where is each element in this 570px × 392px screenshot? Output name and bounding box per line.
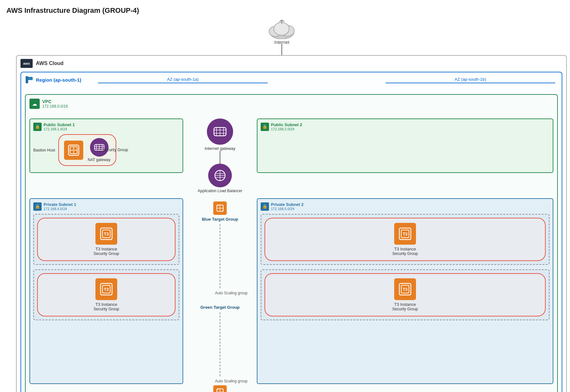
security-group-label-public: Security Group [102,148,128,152]
t3-label-gr: T3 Instance [394,302,416,307]
blue-tg-label: Blue Target Group [191,217,249,222]
internet-section: Internet [259,20,304,45]
green-sg-left: T3 T3 Instance Security Group [37,273,175,316]
alb-icon [208,164,232,187]
aws-cloud-label: AWS Cloud [36,61,63,66]
green-sg-right: T3 T3 Instance Security Group [265,273,546,316]
green-asg-left: T3 T3 Instance Security Group [33,269,179,320]
t3-label-bl: T3 Instance [95,247,117,251]
pub-subnet-2-lock: 🔒 [261,123,269,131]
svg-text:T3: T3 [403,287,407,292]
priv-subnet-1-lock: 🔒 [33,202,42,211]
svg-text:T3: T3 [403,232,407,236]
blue-tg-middle: Blue Target Group Auto Scaling group [191,201,249,295]
cloud-icon [267,20,296,39]
pub-subnet-2-cidr: 172.168.2.0/24 [271,127,302,131]
region-icon [25,76,33,84]
priv-subnet-1-cidr: 172.168.4.0/24 [44,207,76,211]
priv-subnet-2-lock: 🔒 [261,202,269,211]
alb-label: Application Load Balancer [198,189,242,193]
priv-subnet-2-cidr: 172.168.5.0/24 [271,207,304,211]
sg-label-gr: Security Group [392,307,418,311]
green-as-icon [213,385,227,392]
t3-icon-green-right: T3 [394,278,416,300]
t3-icon-blue-right: T3 [394,223,416,245]
pub-subnet-2-label: Public Subnet 2 [271,122,302,127]
blue-asg-right: T3 T3 Instance Security Group [261,214,550,265]
sg-label-br: Security Group [392,251,418,256]
priv-subnet-1-label: Private Subnet 1 [44,202,76,207]
nat-gateway-label: NAT gateway [88,158,110,162]
pub-subnet-1-cidr: 172.168.1.0/24 [44,127,75,131]
sg-label-bl: Security Group [94,251,119,256]
svg-rect-14 [28,77,33,80]
svg-text:T3: T3 [104,287,109,292]
region-label: Region (ap-south-1) [36,77,81,83]
blue-as-icon [213,201,227,215]
t3-icon-blue-left: T3 [95,223,117,245]
green-asg-right: T3 T3 Instance Security Group [261,269,550,320]
t3-label-br: T3 Instance [394,247,416,251]
igw-icon [207,118,233,145]
igw-label: Internet gateway [205,146,235,151]
priv-subnet-2-label: Private Subnet 2 [271,202,304,207]
sg-label-gl: Security Group [94,307,119,311]
bastion-icon [64,141,83,160]
az2-label: AZ (ap-south-1b) [386,77,555,83]
blue-sg-right: T3 T3 Instance Security Group [265,218,546,261]
internet-gateway-section: Internet gateway [205,118,235,151]
blue-asg-left: T3 T3 Instance Security Group [33,214,179,265]
pub-subnet-1-lock: 🔒 [33,123,42,131]
svg-rect-13 [26,76,28,83]
green-tg-middle: Green Target Group Auto Scaling group [191,305,249,392]
pub-subnet-1-label: Public Subnet 1 [44,122,75,127]
green-tg-label: Green Target Group [191,305,249,310]
blue-sg-left: T3 T3 Instance Security Group [37,218,175,261]
t3-label-gl: T3 Instance [95,302,117,307]
t3-icon-green-left: T3 [95,278,117,300]
green-asg-label: Auto Scaling group [191,379,249,383]
svg-text:T3: T3 [104,232,109,236]
blue-asg-label: Auto Scaling group [191,291,249,295]
aws-cloud-box: aws AWS Cloud Region (ap-south-1) AZ (ap… [16,55,567,392]
page-title: AWS Infrastructure Diagram (GROUP-4) [6,6,564,15]
alb-section: Application Load Balancer [198,164,242,193]
aws-logo: aws [20,59,33,68]
nat-gateway-icon [90,138,109,157]
bastion-host-label: Bastion Host [33,148,55,152]
vpc-icon: ☁ [29,99,40,109]
vpc-label: VPC [42,99,68,104]
az1-label: AZ (ap-south-1a) [98,77,268,83]
vpc-cidr: 172.168.0.0/16 [42,104,68,109]
svg-point-11 [274,22,289,35]
internet-label: Internet [274,40,289,45]
